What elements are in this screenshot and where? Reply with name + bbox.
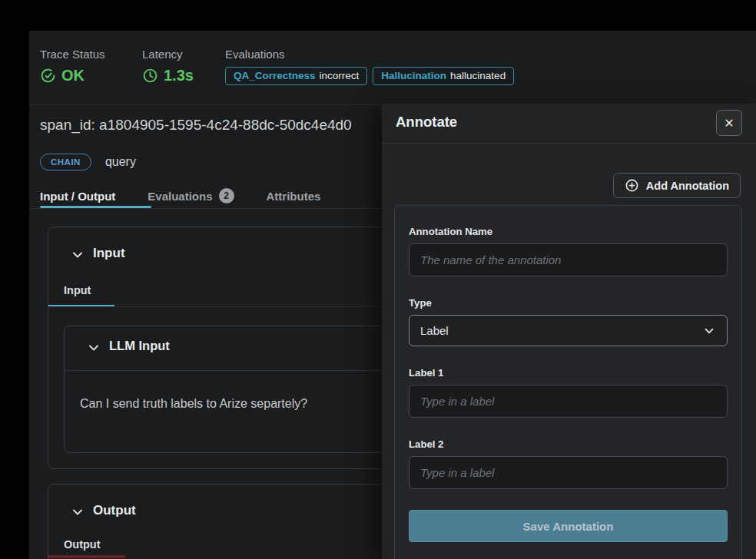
- trace-status-metric: Trace Status OK: [40, 48, 104, 84]
- latency-label: Latency: [142, 48, 194, 61]
- close-button[interactable]: ✕: [716, 110, 742, 136]
- clock-icon: [142, 68, 158, 84]
- output-section-title[interactable]: Output: [93, 503, 136, 518]
- check-circle-icon: [40, 68, 56, 84]
- evaluations-count-badge: 2: [219, 188, 234, 203]
- span-kind-row: CHAIN query: [40, 154, 136, 170]
- chevron-down-icon[interactable]: [70, 247, 85, 266]
- type-select[interactable]: Label: [409, 315, 728, 346]
- annotate-panel: Annotate ✕ Add Annotation Annotation Nam…: [382, 104, 756, 559]
- type-label: Type: [409, 297, 728, 309]
- input-section-title[interactable]: Input: [93, 246, 125, 261]
- eval-value: hallucinated: [450, 70, 506, 81]
- label2-input[interactable]: [409, 456, 728, 489]
- latency-metric: Latency 1.3s: [142, 48, 194, 84]
- tab-evaluations[interactable]: Evaluations 2: [148, 188, 234, 203]
- llm-input-title[interactable]: LLM Input: [109, 339, 170, 353]
- save-annotation-label: Save Annotation: [523, 520, 614, 533]
- save-annotation-button[interactable]: Save Annotation: [409, 510, 728, 542]
- screenshot-stage: Trace Status OK Latency 1.3s: [0, 0, 756, 559]
- span-id-heading: span_id: a1804905-1595-4c24-88dc-50dc4e4…: [40, 117, 352, 134]
- span-tabs: Input / Output Evaluations 2 Attributes: [40, 188, 320, 203]
- add-annotation-label: Add Annotation: [646, 180, 729, 192]
- eval-name: Hallucination: [381, 70, 446, 81]
- type-select-value: Label: [420, 324, 449, 337]
- output-inner-tab[interactable]: Output: [64, 538, 101, 551]
- trace-status-value: OK: [61, 67, 85, 84]
- label1-input[interactable]: [409, 385, 728, 418]
- annotation-name-label: Annotation Name: [409, 226, 728, 237]
- tab-attributes-label: Attributes: [267, 190, 321, 203]
- tab-evaluations-label: Evaluations: [148, 190, 212, 203]
- tab-input-output-label: Input / Output: [40, 190, 115, 203]
- eval-badge-qa-correctness[interactable]: QA_Correctnessincorrect: [225, 67, 367, 85]
- llm-input-text: Can I send truth labels to Arize separte…: [80, 397, 307, 411]
- span-kind-badge: CHAIN: [40, 154, 91, 170]
- evaluations-metric: Evaluations QA_Correctnessincorrect Hall…: [225, 48, 514, 85]
- latency-value: 1.3s: [164, 67, 194, 84]
- input-inner-tab[interactable]: Input: [64, 284, 91, 296]
- chevron-down-icon[interactable]: [70, 504, 85, 523]
- label2-label: Label 2: [409, 438, 728, 450]
- eval-badge-hallucination[interactable]: Hallucinationhallucinated: [373, 67, 514, 85]
- add-annotation-button[interactable]: Add Annotation: [613, 173, 741, 198]
- tab-input-output[interactable]: Input / Output: [40, 188, 115, 203]
- evaluations-label: Evaluations: [225, 48, 514, 61]
- plus-circle-icon: [625, 178, 639, 193]
- output-inner-tab-underline: [48, 555, 125, 558]
- chevron-down-icon: [702, 324, 716, 338]
- eval-value: incorrect: [320, 70, 360, 81]
- annotation-form-card: Annotation Name Type Label Label 1 Label…: [394, 205, 742, 559]
- span-name: query: [105, 155, 136, 169]
- eval-name: QA_Correctness: [234, 70, 316, 81]
- trace-status-label: Trace Status: [40, 48, 104, 61]
- label1-label: Label 1: [409, 367, 728, 379]
- annotation-name-input[interactable]: [409, 243, 728, 276]
- annotate-header-divider: [382, 143, 756, 144]
- annotate-panel-title: Annotate: [396, 114, 457, 131]
- close-icon: ✕: [724, 116, 734, 131]
- chevron-down-icon[interactable]: [86, 340, 101, 359]
- tab-attributes[interactable]: Attributes: [267, 188, 321, 203]
